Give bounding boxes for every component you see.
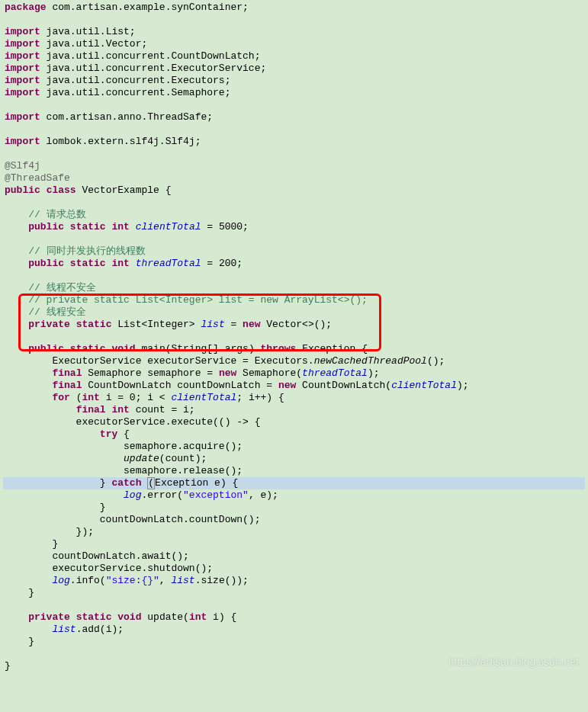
code-line: } [3,502,585,514]
code-line: list.add(i); [3,624,585,636]
code-line [3,599,585,611]
code-line: } [3,660,585,672]
text: java.util.concurrent.Semaphore; [40,87,231,98]
text: com.artisan.anno.ThreadSafe; [40,111,213,123]
text: ; i++) { [236,392,284,403]
keyword: import [5,75,40,86]
code-line: import java.util.concurrent.CountDownLat… [3,50,585,63]
text [5,453,124,464]
keyword: public [5,184,40,196]
keyword: static [70,343,106,354]
code-editor: package com.artisan.example.synContainer… [0,0,588,674]
keyword: int [111,221,129,233]
code-line: // 请求总数 [3,209,585,221]
code-line: private static void update(int i) { [3,611,585,624]
code-line: log.info("size:{}", list.size()); [3,575,585,587]
keyword: final [52,367,82,379]
text: } [5,636,34,647]
text: .add(i); [76,624,124,635]
text: (); [427,355,445,367]
text [5,624,52,635]
code-line: public static int threadTotal = 200; [3,258,585,270]
text: } [5,502,106,513]
code-line: // 线程安全 [3,306,585,319]
code-line: public static void main(String[] args) t… [3,343,585,355]
code-line [3,99,585,111]
code-line: package com.artisan.example.synContainer… [3,2,585,14]
keyword: new [278,380,296,391]
text: } [5,660,11,672]
code-line [3,123,585,136]
code-line [3,233,585,245]
code-line: countDownLatch.await(); [3,550,585,563]
code-line [3,148,585,160]
code-line: @Slf4j [3,160,585,172]
code-line: final int count = i; [3,404,585,416]
text: } [5,587,34,598]
code-line: executorService.shutdown(); [3,563,585,575]
annotation: @Slf4j [5,160,40,172]
keyword: int [82,392,99,403]
field: clientTotal [391,380,457,391]
text: .info( [70,575,106,586]
code-line: import java.util.concurrent.Semaphore; [3,87,585,99]
code-line: // 线程不安全 [3,282,585,294]
keyword: static [70,221,106,233]
text: semaphore.release(); [5,465,243,476]
text: semaphore.acquire(); [5,441,243,452]
text: } [5,477,111,489]
code-line: public static int clientTotal = 5000; [3,221,585,233]
text: Exception e) { [155,477,238,489]
keyword: new [243,319,260,330]
text: Vector<>(); [261,319,333,330]
code-line: for (int i = 0; i < clientTotal; i++) { [3,392,585,404]
keyword: static [70,258,106,269]
text: i = 0; i < [100,392,172,403]
text: VectorExample { [76,184,172,196]
text: com.artisan.example.synContainer; [47,2,249,13]
code-line: semaphore.acquire(); [3,441,585,453]
text: ); [457,380,469,391]
text: List<Integer> [111,319,201,330]
code-line: final CountDownLatch countDownLatch = ne… [3,380,585,392]
code-line: log.error("exception", e); [3,489,585,502]
text: (count); [159,453,207,464]
text: } [5,538,58,550]
keyword: import [5,111,40,123]
field: list [201,319,224,330]
keyword: new [219,367,236,379]
text: update( [141,611,188,623]
keyword: for [52,392,69,403]
code-line: update(count); [3,453,585,465]
string: "exception" [183,489,249,501]
method: update [124,453,159,464]
field: list [52,624,76,635]
code-line: } [3,636,585,648]
field: clientTotal [136,221,201,233]
text: main(String[] args) [136,343,261,354]
text: java.util.concurrent.ExecutorService; [40,63,266,74]
code-line: countDownLatch.countDown(); [3,514,585,526]
text: }); [5,526,94,537]
code-line: semaphore.release(); [3,465,585,477]
code-line [3,331,585,343]
text [5,575,52,586]
text: Exception { [296,343,368,354]
field: clientTotal [171,392,236,403]
text: i) { [207,611,236,623]
text: CountDownLatch countDownLatch = [82,380,278,391]
keyword: private [28,319,70,330]
text [5,489,124,501]
text: lombok.extern.slf4j.Slf4j; [40,136,201,147]
keyword: import [5,136,40,147]
code-line: @ThreadSafe [3,172,585,184]
code-line: }); [3,526,585,538]
code-line: ExecutorService executorService = Execut… [3,355,585,367]
keyword: int [111,404,129,415]
code-line: public class VectorExample { [3,184,585,197]
keyword: package [5,2,47,13]
text: = 200; [201,258,243,269]
text: java.util.concurrent.Executors; [40,75,231,86]
text: countDownLatch.await(); [5,550,189,562]
cursor-icon: ( [147,477,155,489]
